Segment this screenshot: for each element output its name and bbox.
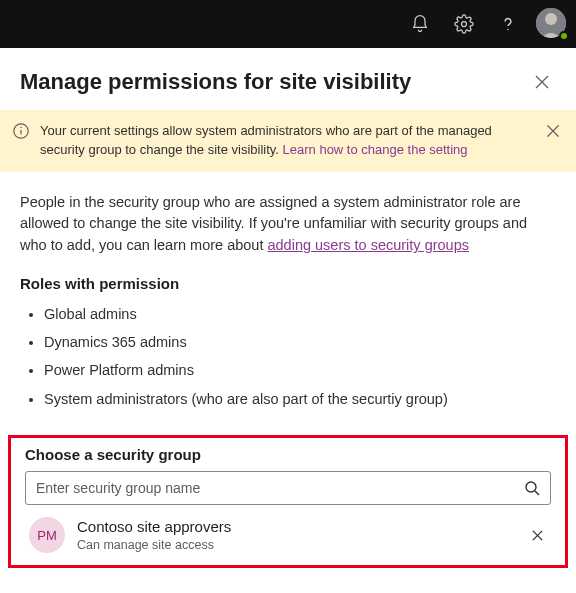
svg-point-0: [462, 22, 467, 27]
svg-point-11: [526, 482, 536, 492]
group-avatar: PM: [29, 517, 65, 553]
search-icon: [524, 480, 540, 496]
svg-line-12: [535, 491, 539, 495]
presence-indicator: [559, 31, 569, 41]
group-name: Contoso site approvers: [77, 517, 515, 537]
permissions-panel: Manage permissions for site visibility Y…: [0, 48, 576, 568]
security-group-input[interactable]: [36, 480, 524, 496]
role-item: System administrators (who are also part…: [44, 385, 556, 413]
adding-users-link[interactable]: adding users to security groups: [267, 237, 469, 253]
security-group-search[interactable]: [25, 471, 551, 505]
banner-learn-link[interactable]: Learn how to change the setting: [283, 142, 468, 157]
banner-text: Your current settings allow system admin…: [40, 122, 534, 160]
bell-icon: [410, 14, 430, 34]
app-top-bar: [0, 0, 576, 48]
close-icon: [531, 529, 544, 542]
roles-heading: Roles with permission: [0, 269, 576, 300]
panel-header: Manage permissions for site visibility: [0, 48, 576, 110]
group-picker-heading: Choose a security group: [25, 446, 551, 463]
gear-icon: [454, 14, 474, 34]
roles-list: Global admins Dynamics 365 admins Power …: [0, 300, 576, 421]
info-banner: Your current settings allow system admin…: [0, 110, 576, 172]
group-text: Contoso site approvers Can manage site a…: [77, 517, 515, 553]
group-subtitle: Can manage site access: [77, 537, 515, 553]
role-item: Power Platform admins: [44, 356, 556, 384]
info-icon: [12, 122, 30, 140]
help-button[interactable]: [488, 4, 528, 44]
panel-title: Manage permissions for site visibility: [20, 69, 411, 95]
settings-button[interactable]: [444, 4, 484, 44]
banner-close-button[interactable]: [544, 122, 562, 140]
role-item: Global admins: [44, 300, 556, 328]
security-group-section: Choose a security group PM Contoso site …: [8, 435, 568, 568]
role-item: Dynamics 365 admins: [44, 328, 556, 356]
close-panel-button[interactable]: [528, 68, 556, 96]
notifications-button[interactable]: [400, 4, 440, 44]
intro-text: People in the security group who are ass…: [0, 172, 576, 269]
selected-group-row: PM Contoso site approvers Can manage sit…: [25, 505, 551, 553]
svg-point-1: [507, 29, 509, 30]
svg-point-8: [20, 127, 21, 128]
user-avatar[interactable]: [536, 8, 568, 40]
question-icon: [498, 14, 518, 34]
close-icon: [534, 74, 550, 90]
svg-point-3: [545, 13, 557, 25]
remove-group-button[interactable]: [527, 525, 547, 545]
